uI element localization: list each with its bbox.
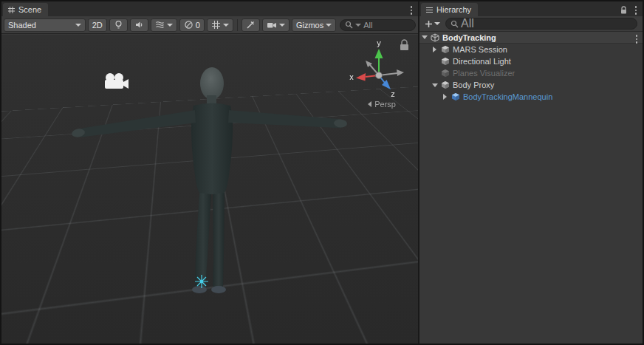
create-object-button[interactable] — [422, 18, 442, 30]
hidden-objects-icon — [184, 20, 193, 30]
chevron-down-icon — [223, 24, 229, 27]
scene-effects-dropdown[interactable] — [151, 18, 177, 32]
plus-icon — [425, 20, 433, 28]
gameobject-cube-icon — [440, 45, 451, 54]
scene-camera-dropdown[interactable] — [262, 18, 290, 32]
orientation-gizmo[interactable]: y x z — [349, 38, 404, 98]
tab-hierarchy[interactable]: Hierarchy — [421, 3, 478, 16]
foldout-expanded-icon[interactable] — [430, 83, 439, 87]
hierarchy-pane-menu-icon[interactable] — [634, 4, 639, 16]
toolbar-separator — [237, 19, 238, 31]
effects-icon — [155, 20, 165, 30]
draw-mode-label: Shaded — [8, 21, 36, 30]
object-name: Planes Visualizer — [451, 69, 515, 78]
chevron-left-icon — [368, 101, 371, 107]
axis-neg-x-cone[interactable] — [397, 69, 404, 76]
unity-editor-window: Scene Shaded 2D — [0, 0, 644, 345]
gameobject-cube-icon — [440, 57, 451, 66]
axis-y-cone[interactable] — [375, 49, 383, 58]
chevron-down-icon — [355, 24, 361, 27]
scene-tab-label: Scene — [18, 5, 41, 14]
scene-lighting-button[interactable] — [109, 18, 128, 32]
gameobject-cube-icon — [440, 69, 451, 78]
hierarchy-tab-label: Hierarchy — [436, 5, 471, 14]
mannequin-right-foot — [211, 286, 226, 293]
gizmos-label: Gizmos — [296, 21, 323, 30]
gameobject-cube-icon — [440, 81, 451, 89]
tree-row[interactable]: Body Proxy — [419, 79, 643, 91]
projection-toggle[interactable]: Persp — [368, 100, 396, 109]
scene-panel: Scene Shaded 2D — [1, 1, 418, 344]
scene-toolbar: Shaded 2D — [1, 16, 418, 34]
object-name: Body Proxy — [451, 81, 494, 89]
lock-icon[interactable] — [620, 6, 628, 15]
hidden-count: 0 — [196, 21, 200, 30]
gizmos-dropdown[interactable]: Gizmos — [292, 18, 336, 32]
hierarchy-toolbar: All — [419, 16, 643, 32]
mannequin-right-arm — [228, 110, 345, 128]
axis-z-label: z — [391, 89, 395, 98]
hierarchy-tabstrip: Hierarchy — [419, 1, 643, 16]
mannequin-head — [200, 67, 224, 100]
mannequin-left-foot — [192, 286, 207, 293]
scene-pane-menu-icon[interactable] — [409, 4, 414, 16]
tools-icon — [246, 20, 256, 30]
tree-row[interactable]: MARS Session — [419, 44, 643, 55]
object-name: Directional Light — [451, 57, 511, 66]
scene-tab-grid-icon — [7, 6, 16, 14]
mannequin-left-leg — [195, 193, 211, 287]
axis-x-label: x — [349, 72, 354, 81]
unity-scene-icon — [430, 33, 440, 42]
lightbulb-icon — [114, 20, 123, 30]
chevron-down-icon — [75, 24, 81, 27]
mannequin[interactable] — [71, 67, 347, 293]
hierarchy-panel: Hierarchy Al — [418, 1, 643, 344]
scene-search-input[interactable]: All — [340, 19, 416, 31]
toggle-2d-button[interactable]: 2D — [88, 18, 107, 32]
scene-name: BodyTracking — [441, 33, 496, 42]
scene-search-value: All — [363, 21, 372, 30]
scene-content: y x z — [1, 35, 418, 344]
toggle-2d-label: 2D — [92, 21, 103, 30]
axis-center-ball[interactable] — [376, 72, 383, 79]
tree-row-prefab[interactable]: BodyTrackingMannequin — [419, 91, 643, 103]
foldout-collapsed-icon[interactable] — [440, 94, 450, 100]
speaker-icon — [134, 20, 144, 30]
search-icon — [451, 20, 459, 28]
chevron-down-icon — [279, 24, 285, 27]
scene-viewport[interactable]: y x z Persp — [1, 35, 418, 344]
camera-gizmo-icon[interactable] — [105, 73, 129, 89]
draw-mode-dropdown[interactable]: Shaded — [4, 18, 86, 32]
hierarchy-tab-icon — [425, 7, 434, 13]
hierarchy-tree: BodyTracking MARS Session — [419, 32, 643, 103]
object-name: BodyTrackingMannequin — [462, 92, 552, 101]
hierarchy-search-input[interactable]: All — [445, 18, 637, 30]
foldout-expanded-icon[interactable] — [419, 35, 429, 39]
tree-row-scene[interactable]: BodyTracking — [419, 32, 643, 44]
hierarchy-search-value: All — [461, 17, 474, 30]
search-icon — [345, 21, 353, 29]
tree-row-disabled[interactable]: Planes Visualizer — [419, 67, 643, 79]
prefab-cube-icon — [451, 92, 461, 101]
camera-icon — [267, 21, 277, 30]
grid-settings-dropdown[interactable] — [207, 18, 233, 32]
chevron-down-icon — [434, 22, 440, 25]
grid-icon — [211, 20, 221, 30]
scene-audio-button[interactable] — [130, 18, 148, 32]
tab-scene[interactable]: Scene — [3, 3, 48, 16]
object-name: MARS Session — [451, 45, 507, 54]
component-tools-button[interactable] — [242, 18, 260, 32]
axis-y-label: y — [377, 38, 381, 47]
lock-icon[interactable] — [400, 40, 408, 50]
foldout-collapsed-icon[interactable] — [430, 47, 439, 52]
projection-label: Persp — [374, 100, 396, 109]
chevron-down-icon — [326, 24, 332, 27]
mannequin-left-arm — [78, 110, 196, 137]
scene-tabstrip: Scene — [1, 1, 418, 16]
mannequin-right-leg — [213, 193, 225, 287]
chevron-down-icon — [167, 24, 173, 27]
tree-row[interactable]: Directional Light — [419, 55, 643, 67]
axis-x-cone[interactable] — [356, 73, 366, 81]
scene-visibility-button[interactable]: 0 — [179, 18, 205, 32]
mannequin-torso — [191, 103, 233, 195]
